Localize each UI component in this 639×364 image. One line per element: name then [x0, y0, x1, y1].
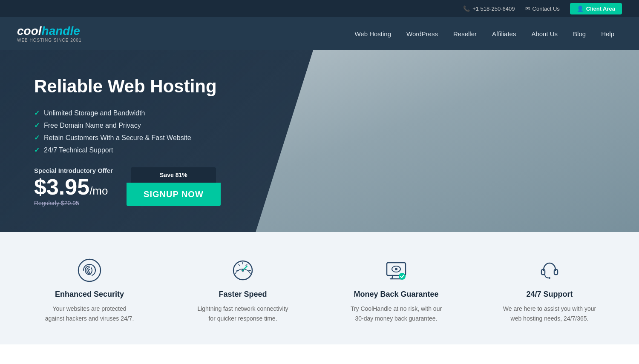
logo-handle: handle: [42, 24, 80, 37]
speed-title: Faster Speed: [219, 290, 267, 299]
feature-support-text: 24/7 Technical Support: [44, 146, 113, 154]
phone-link[interactable]: 📞 +1 518-250-6409: [463, 6, 515, 12]
support-icon: [537, 258, 562, 283]
price-display: $3.95/mo: [34, 176, 113, 198]
hero-section: Reliable Web Hosting ✓ Unlimited Storage…: [0, 50, 639, 232]
hero-title: Reliable Web Hosting: [34, 76, 221, 97]
nav-reseller[interactable]: Reseller: [446, 18, 484, 49]
navbar: coolhandle WEB HOSTING SINCE 2001 Web Ho…: [0, 17, 639, 50]
svg-line-7: [239, 264, 240, 266]
client-area-label: Client Area: [586, 6, 615, 12]
nav-about-us[interactable]: About Us: [524, 18, 565, 49]
security-desc: Your websites are protected against hack…: [43, 304, 136, 323]
logo-tagline: WEB HOSTING SINCE 2001: [17, 38, 81, 43]
hero-content: Reliable Web Hosting ✓ Unlimited Storage…: [0, 50, 255, 232]
phone-icon: 📞: [463, 6, 470, 12]
speed-icon: [230, 258, 256, 283]
contact-link[interactable]: ✉ Contact Us: [525, 6, 560, 12]
top-bar: 📞 +1 518-250-6409 ✉ Contact Us 👤 Client …: [0, 0, 639, 17]
contact-label: Contact Us: [532, 6, 560, 12]
feature-item-security: Enhanced Security Your websites are prot…: [17, 253, 162, 327]
logo[interactable]: coolhandle WEB HOSTING SINCE 2001: [17, 25, 81, 43]
check-icon-3: ✓: [34, 134, 40, 142]
svg-point-15: [399, 273, 406, 280]
feature-secure: ✓ Retain Customers With a Secure & Fast …: [34, 134, 221, 142]
feature-support: ✓ 24/7 Technical Support: [34, 146, 221, 154]
money-back-icon: [383, 258, 409, 283]
speed-desc: Lightning fast network connectivity for …: [196, 304, 290, 323]
nav-blog[interactable]: Blog: [565, 18, 593, 49]
svg-point-0: [78, 259, 101, 281]
support-desc: We are here to assist you with your web …: [503, 304, 596, 323]
security-title: Enhanced Security: [55, 290, 124, 299]
price-block: Special Introductory Offer $3.95/mo Regu…: [34, 167, 113, 206]
nav-affiliates[interactable]: Affiliates: [484, 18, 524, 49]
svg-point-14: [395, 268, 397, 270]
phone-number: +1 518-250-6409: [472, 6, 515, 12]
save-badge: Save 81%: [131, 167, 216, 183]
check-icon-1: ✓: [34, 109, 40, 117]
feature-item-speed: Faster Speed Lightning fast network conn…: [170, 253, 315, 327]
hero-background-image: [256, 50, 639, 232]
nav-web-hosting[interactable]: Web Hosting: [347, 18, 399, 49]
feature-storage-text: Unlimited Storage and Bandwidth: [44, 109, 145, 117]
feature-storage: ✓ Unlimited Storage and Bandwidth: [34, 109, 221, 117]
client-area-button[interactable]: 👤 Client Area: [570, 3, 622, 14]
svg-point-18: [549, 277, 550, 279]
offer-label: Special Introductory Offer: [34, 167, 113, 174]
nav-wordpress[interactable]: WordPress: [399, 18, 446, 49]
check-icon-2: ✓: [34, 121, 40, 129]
user-icon: 👤: [577, 6, 584, 12]
money-back-title: Money Back Guarantee: [354, 290, 438, 299]
signup-button[interactable]: SIGNUP NOW: [127, 183, 221, 206]
bottom-section: Everything You Need to Succeed Online: [0, 344, 639, 364]
feature-domain: ✓ Free Domain Name and Privacy: [34, 121, 221, 129]
hero-features-list: ✓ Unlimited Storage and Bandwidth ✓ Free…: [34, 109, 221, 154]
nav-help[interactable]: Help: [593, 18, 622, 49]
check-icon-4: ✓: [34, 146, 40, 154]
logo-cool: cool: [17, 24, 42, 37]
price-period: /mo: [89, 184, 108, 197]
feature-item-money-back: Money Back Guarantee Try CoolHandle at n…: [324, 253, 469, 327]
support-title: 24/7 Support: [526, 290, 573, 299]
regular-price: Regularly $20.95: [34, 200, 113, 206]
feature-secure-text: Retain Customers With a Secure & Fast We…: [44, 134, 191, 142]
money-back-desc: Try CoolHandle at no risk, with our 30-d…: [349, 304, 443, 323]
nav-links: Web Hosting WordPress Reseller Affiliate…: [347, 18, 622, 49]
email-icon: ✉: [525, 6, 530, 12]
security-icon: [77, 258, 102, 283]
features-strip: Enhanced Security Your websites are prot…: [0, 232, 639, 344]
offer-section: Special Introductory Offer $3.95/mo Regu…: [34, 167, 221, 206]
feature-item-support: 24/7 Support We are here to assist you w…: [477, 253, 622, 327]
svg-line-8: [246, 264, 247, 266]
signup-button-wrap: Save 81% SIGNUP NOW: [127, 167, 221, 206]
price-amount: $3.95: [34, 175, 89, 199]
feature-domain-text: Free Domain Name and Privacy: [44, 122, 141, 129]
